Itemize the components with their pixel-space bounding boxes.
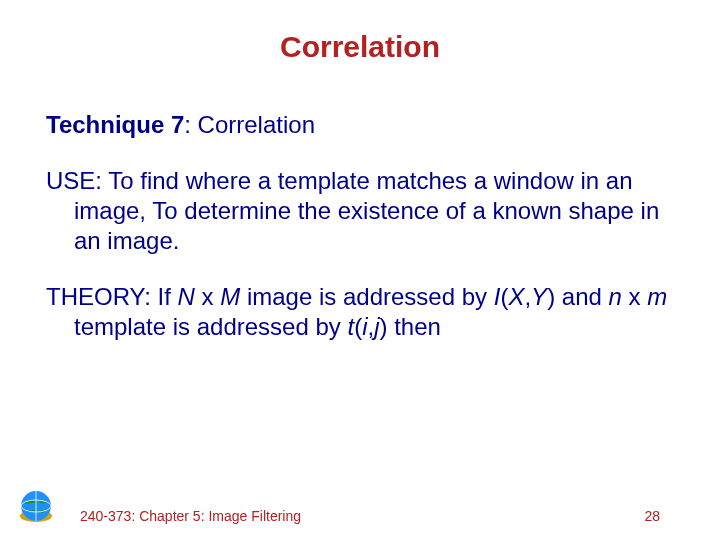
- technique-rest: : Correlation: [184, 111, 315, 138]
- theory-label: THEORY:: [46, 283, 151, 310]
- footer-left: 240-373: Chapter 5: Image Filtering: [80, 508, 301, 524]
- theory-t-c: image is addressed by: [240, 283, 493, 310]
- theory-paragraph: THEORY: If N x M image is addressed by I…: [46, 282, 674, 342]
- slide: Correlation Technique 7: Correlation USE…: [0, 0, 720, 540]
- slide-body: Technique 7: Correlation USE: To find wh…: [46, 110, 674, 368]
- footer: 240-373: Chapter 5: Image Filtering 28: [80, 508, 660, 524]
- use-label: USE:: [46, 167, 102, 194]
- theory-X: X: [508, 283, 524, 310]
- theory-t-a: If: [151, 283, 178, 310]
- theory-close: ): [547, 283, 555, 310]
- technique-line: Technique 7: Correlation: [46, 110, 674, 140]
- page-number: 28: [644, 508, 660, 524]
- slide-title: Correlation: [0, 30, 720, 64]
- theory-t-e: x: [622, 283, 647, 310]
- use-text: To find where a template matches a windo…: [74, 167, 659, 254]
- use-paragraph: USE: To find where a template matches a …: [46, 166, 674, 256]
- theory-n: n: [609, 283, 622, 310]
- theory-t-d: and: [555, 283, 608, 310]
- theory-close2: ): [380, 313, 388, 340]
- theory-M: M: [220, 283, 240, 310]
- theory-t-g: then: [388, 313, 441, 340]
- theory-open2: (: [354, 313, 362, 340]
- globe-logo-icon: [14, 486, 58, 530]
- theory-N: N: [178, 283, 195, 310]
- theory-Y: Y: [531, 283, 547, 310]
- technique-label: Technique 7: [46, 111, 184, 138]
- theory-m: m: [647, 283, 667, 310]
- theory-t-b: x: [195, 283, 220, 310]
- theory-t-f: template is addressed by: [74, 313, 347, 340]
